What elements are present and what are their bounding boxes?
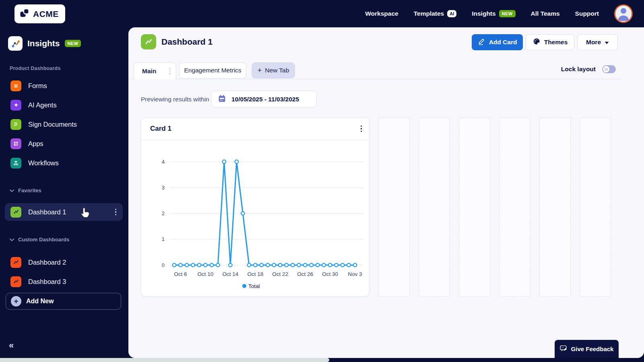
plus-icon: + — [11, 296, 21, 306]
pencil-icon — [478, 38, 485, 47]
sidebar: Insights NEW Product Dashboards Forms AI… — [0, 27, 128, 358]
svg-text:Oct 18: Oct 18 — [247, 271, 263, 277]
more-button[interactable]: More — [577, 34, 618, 50]
nav-workspace[interactable]: Workspace — [365, 10, 398, 17]
nav-insights[interactable]: InsightsNEW — [472, 10, 515, 17]
workflows-icon — [10, 158, 21, 169]
sidebar-item-forms[interactable]: Forms — [0, 76, 128, 95]
nav-support[interactable]: Support — [575, 10, 599, 17]
card-kebab-menu[interactable] — [361, 125, 362, 132]
give-feedback-button[interactable]: Give Feedback — [555, 340, 619, 358]
add-new-button[interactable]: + Add New — [6, 293, 121, 310]
forms-icon — [10, 80, 21, 91]
tab-engagement-metrics[interactable]: Engagement Metrics — [179, 62, 246, 78]
user-avatar[interactable] — [614, 4, 633, 23]
svg-text:Oct 6: Oct 6 — [174, 271, 187, 277]
calendar-icon — [218, 94, 226, 104]
sidebar-item-dashboard-2[interactable]: Dashboard 2 — [0, 253, 128, 272]
nav-templates[interactable]: TemplatesAI — [414, 10, 457, 17]
tab-main-kebab-menu[interactable] — [169, 68, 171, 74]
themes-button[interactable]: Themes — [526, 34, 574, 50]
acme-logo-icon — [19, 8, 30, 20]
svg-text:Total: Total — [248, 283, 260, 289]
svg-text:4: 4 — [162, 159, 165, 165]
dashboard-1-icon — [10, 207, 21, 218]
svg-text:Oct 10: Oct 10 — [198, 271, 214, 277]
line-chart: 01234Oct 6Oct 10Oct 14Oct 18Oct 22Oct 26… — [141, 140, 370, 297]
grid-placeholder-column — [378, 117, 410, 296]
page-title: Dashboard 1 — [161, 37, 213, 47]
chevron-down-icon — [10, 187, 14, 193]
grid-placeholder-column — [419, 117, 450, 296]
svg-text:Oct 30: Oct 30 — [322, 271, 338, 277]
grid-placeholder-column — [580, 117, 611, 296]
section-product-dashboards: Product Dashboards — [10, 66, 61, 71]
sidebar-item-dashboard-3[interactable]: Dashboard 3 — [0, 272, 128, 291]
new-badge: NEW — [499, 10, 516, 17]
section-custom-dashboards[interactable]: Custom Dashboards — [10, 237, 69, 243]
insights-app-icon — [8, 36, 23, 51]
sidebar-item-dashboard-1[interactable]: Dashboard 1 — [5, 203, 123, 221]
sidebar-item-workflows[interactable]: Workflows — [0, 153, 128, 173]
lock-layout-toggle[interactable] — [602, 65, 616, 73]
dashboard-title-icon — [141, 34, 156, 49]
sidebar-item-apps[interactable]: Apps — [0, 134, 128, 153]
dashboard-3-icon — [10, 276, 21, 287]
date-range-picker[interactable]: 10/05/2025 - 11/03/2025 — [211, 90, 317, 108]
sidebar-new-badge: NEW — [65, 40, 81, 47]
ai-badge: AI — [447, 10, 456, 17]
plus-icon: + — [258, 66, 262, 75]
date-range-value: 10/05/2025 - 11/03/2025 — [231, 96, 299, 103]
horizontal-scrollbar — [0, 358, 644, 362]
sidebar-app-header: Insights NEW — [8, 36, 81, 51]
sidebar-app-title: Insights — [27, 39, 60, 48]
caret-down-icon — [605, 39, 609, 46]
add-card-button[interactable]: Add Card — [472, 34, 523, 50]
lock-layout-control: Lock layout — [561, 64, 616, 75]
grid-placeholder-column — [539, 117, 571, 296]
dashboard-1-kebab-menu[interactable] — [115, 209, 117, 216]
toggle-knob — [603, 66, 609, 72]
chevron-down-icon — [10, 237, 14, 243]
svg-text:1: 1 — [162, 236, 165, 242]
collapse-sidebar-button[interactable]: « — [9, 340, 14, 351]
product-dashboards-list: Forms AI Agents Sign Documents — [0, 76, 128, 173]
grid-placeholder-column — [459, 117, 490, 296]
svg-text:Oct 22: Oct 22 — [272, 271, 288, 277]
section-favorites[interactable]: Favorites — [10, 187, 41, 193]
sidebar-item-ai-agents[interactable]: AI Agents — [0, 95, 128, 115]
svg-text:3: 3 — [162, 185, 165, 191]
tabs-divider — [128, 79, 622, 79]
acme-logo[interactable]: ACME — [14, 4, 65, 23]
new-tab-button[interactable]: + New Tab — [252, 62, 295, 78]
preview-filter-row: Previewing results within 10/05/2025 - 1… — [141, 90, 209, 108]
svg-text:Nov 3: Nov 3 — [348, 271, 362, 277]
feedback-icon — [560, 345, 568, 353]
nav-all-teams[interactable]: All Teams — [531, 10, 560, 17]
top-bar: ACME Workspace TemplatesAI InsightsNEW A… — [0, 0, 644, 27]
svg-text:Oct 14: Oct 14 — [222, 271, 238, 277]
svg-text:2: 2 — [162, 210, 165, 216]
svg-text:0: 0 — [162, 262, 165, 268]
top-navigation: Workspace TemplatesAI InsightsNEW All Te… — [365, 0, 644, 27]
card-1: Card 1 01234Oct 6Oct 10Oct 14Oct 18Oct 2… — [141, 117, 369, 296]
scrollbar-thumb[interactable] — [0, 358, 329, 362]
apps-icon — [10, 138, 21, 149]
ai-agents-icon — [10, 100, 21, 111]
preview-filter-label: Previewing results within — [141, 96, 209, 103]
sidebar-item-sign-documents[interactable]: Sign Documents — [0, 115, 128, 134]
palette-icon — [533, 37, 541, 47]
card-header: Card 1 — [141, 118, 369, 140]
dashboard-2-icon — [10, 257, 21, 268]
person-icon — [615, 5, 632, 23]
main-panel: Dashboard 1 Add Card Themes More Main En… — [128, 27, 644, 358]
svg-text:Oct 26: Oct 26 — [297, 271, 313, 277]
card-title: Card 1 — [150, 125, 171, 133]
grid-placeholder-column — [499, 117, 530, 296]
acme-logo-text: ACME — [33, 9, 59, 19]
sign-documents-icon — [10, 119, 21, 130]
tab-main[interactable]: Main — [134, 62, 176, 79]
lock-layout-label: Lock layout — [561, 66, 596, 73]
